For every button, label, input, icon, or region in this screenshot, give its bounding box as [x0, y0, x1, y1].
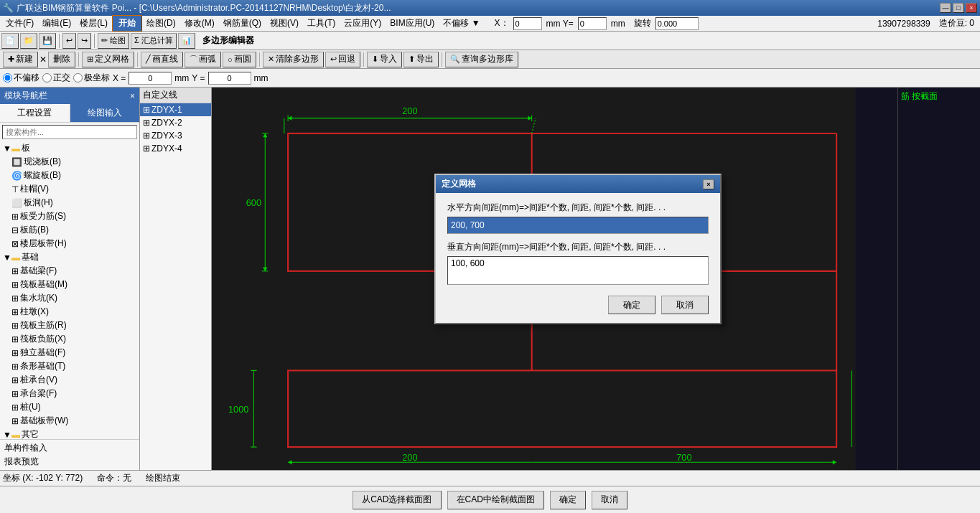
rotate-input[interactable]: [655, 17, 699, 30]
menu-item-view[interactable]: 视图(V): [266, 16, 303, 31]
menu-item-file[interactable]: 文件(F): [1, 16, 38, 31]
confirm-btn[interactable]: 确定: [550, 491, 586, 509]
tree-item-fabanzj[interactable]: ⊞筏板主筋(R): [0, 319, 139, 332]
sidebar-close-icon[interactable]: ×: [130, 91, 135, 101]
menu-item-nooffset[interactable]: 不偏移 ▼: [439, 16, 484, 31]
tree-item-tiaoxingj[interactable]: ⊞条形基础(T): [0, 359, 139, 373]
sum-btn[interactable]: Σ 汇总计算: [131, 33, 177, 49]
new-file-btn[interactable]: 📄: [1, 33, 19, 49]
tree-item-fabanzfj[interactable]: ⊞筏板负筋(X): [0, 332, 139, 346]
import-btn[interactable]: ⬇ 导入: [367, 52, 402, 67]
new-polygon-btn[interactable]: ✚ 新建: [3, 52, 38, 67]
coord-y-input[interactable]: [208, 72, 251, 85]
no-offset-radio[interactable]: [3, 73, 12, 83]
from-cad-btn[interactable]: 从CAD选择截面图: [353, 491, 441, 509]
coord-mm1: mm: [174, 73, 189, 83]
category-qita[interactable]: ▼ ▬ 其它: [0, 428, 139, 439]
tree-item-jishuikeng[interactable]: ⊞集水坑(K): [0, 291, 139, 305]
restore-button[interactable]: □: [953, 3, 964, 13]
tree-item-luoxuanb[interactable]: 🌀螺旋板(B): [0, 169, 139, 182]
draw-circle-btn[interactable]: ○ 画圆: [223, 52, 256, 67]
category-jichu[interactable]: ▼ ▬ 基础: [0, 250, 139, 264]
search-input[interactable]: [2, 125, 137, 139]
no-offset-radio-label[interactable]: 不偏移: [3, 72, 39, 84]
close-button[interactable]: ×: [966, 3, 977, 13]
menu-item-tools[interactable]: 工具(T): [303, 16, 340, 31]
orthogonal-radio-label[interactable]: 正交: [42, 72, 70, 84]
polar-radio-label[interactable]: 极坐标: [73, 72, 110, 84]
sidebar-sections: 工程设置 绘图输入: [0, 104, 139, 123]
menu-item-floor[interactable]: 楼层(L): [75, 16, 112, 31]
delete-polygon-btn[interactable]: 删除: [48, 52, 75, 67]
folder-icon-qita: ▬: [11, 430, 20, 440]
tree-item-fabanjc[interactable]: ⊞筏板基础(M): [0, 278, 139, 291]
sidebar-section-settings[interactable]: 工程设置: [0, 104, 70, 122]
tree-item-bandong[interactable]: ⬜板洞(H): [0, 196, 139, 210]
tree-item-jichuliang[interactable]: ⊞基础梁(F): [0, 264, 139, 278]
report-btn[interactable]: 📊: [178, 33, 195, 49]
dialog-ok-btn[interactable]: 确定: [608, 296, 655, 314]
polygon-toolbar: ✚ 新建 ✕ 删除 ⊞ 定义网格 ╱ 画直线 ⌒ 画弧 ○ 画圆 ✕ 清除多边形…: [0, 50, 980, 69]
save-btn[interactable]: 💾: [39, 33, 56, 49]
poly-item-zdyx3[interactable]: ⊞ ZDYX-3: [140, 129, 211, 142]
menu-item-modify[interactable]: 修改(M): [180, 16, 219, 31]
x-input[interactable]: [513, 17, 542, 30]
single-component-input[interactable]: 单构件输入: [1, 441, 138, 455]
tree-item-chengtailiang[interactable]: ⊞承台梁(F): [0, 387, 139, 400]
report-preview[interactable]: 报表预览: [1, 455, 138, 469]
coins-label: 造价豆: 0: [935, 16, 979, 31]
draw-cad-btn[interactable]: 在CAD中绘制截面图: [447, 491, 544, 509]
menu-item-bim[interactable]: BIM应用(U): [386, 16, 439, 31]
v-spacing-input[interactable]: 100, 600: [447, 256, 709, 285]
redo-btn[interactable]: ↪: [78, 33, 91, 49]
query-library-btn[interactable]: 🔍 查询多边形库: [445, 52, 518, 67]
define-grid-btn[interactable]: ⊞ 定义网格: [82, 52, 134, 67]
tree-item-zhudun[interactable]: ⊞柱墩(X): [0, 305, 139, 319]
clear-polygon-btn[interactable]: ✕ 清除多边形: [263, 52, 324, 67]
tree-item-xianjiaob[interactable]: 🔲现浇板(B): [0, 155, 139, 169]
h-spacing-input[interactable]: [447, 217, 709, 234]
cancel-btn[interactable]: 取消: [592, 491, 627, 509]
open-btn[interactable]: 📁: [20, 33, 37, 49]
draw-arc-btn[interactable]: ⌒ 画弧: [185, 52, 221, 67]
menu-item-start[interactable]: 开始: [112, 15, 142, 32]
export-btn[interactable]: ⬆ 导出: [403, 52, 439, 67]
folder-icon-jichu: ▬: [11, 253, 20, 263]
orthogonal-radio[interactable]: [42, 73, 52, 83]
sidebar-search: [0, 123, 139, 141]
menu-item-edit[interactable]: 编辑(E): [38, 16, 75, 31]
right-panel: 筋 按截面: [897, 88, 980, 470]
tree-item-dulij[interactable]: ⊞独立基础(F): [0, 346, 139, 359]
undo-polygon-btn[interactable]: ↩ 回退: [325, 52, 360, 67]
undo-btn[interactable]: ↩: [62, 33, 76, 49]
dialog-cancel-btn[interactable]: 取消: [661, 296, 709, 314]
minimize-button[interactable]: —: [940, 3, 951, 13]
menu-item-draw[interactable]: 绘图(D): [142, 16, 180, 31]
coord-x-input[interactable]: [129, 72, 172, 85]
define-grid-dialog: 定义网格 × 水平方向间距(mm)=>间距*个数, 间距, 间距*个数, 间距.…: [434, 174, 722, 324]
polygon-editor-label: 多边形编辑器: [202, 34, 254, 47]
menu-item-rebar[interactable]: 钢筋量(Q): [219, 16, 266, 31]
sidebar-section-draw[interactable]: 绘图输入: [70, 104, 140, 122]
dialog-close-btn[interactable]: ×: [703, 179, 714, 189]
tree-item-louceng[interactable]: ⊠楼层板带(H): [0, 237, 139, 250]
tree-item-banshouli[interactable]: ⊞板受力筋(S): [0, 210, 139, 223]
tree-item-banjin[interactable]: ⊟板筋(B): [0, 223, 139, 237]
dialog-button-row: 确定 取消: [447, 296, 709, 314]
tree-item-zhum[interactable]: ⊤柱帽(V): [0, 182, 139, 196]
y-input[interactable]: [578, 17, 607, 30]
category-ban[interactable]: ▼ ▬ 板: [0, 141, 139, 155]
poly-item-zdyx2[interactable]: ⊞ ZDYX-2: [140, 116, 211, 129]
draw-btn[interactable]: ✏ 绘图: [98, 33, 129, 49]
tree-item-zhuangtai[interactable]: ⊞桩承台(V): [0, 373, 139, 387]
draw-line-btn[interactable]: ╱ 画直线: [141, 52, 183, 67]
poly-header: 自定义线: [140, 88, 211, 103]
poly-item-zdyx4[interactable]: ⊞ ZDYX-4: [140, 142, 211, 155]
poly-item-zdyx1[interactable]: ⊞ ZDYX-1: [140, 103, 211, 116]
tree-item-jichubandai[interactable]: ⊞基础板带(W): [0, 414, 139, 428]
tree-item-zhuang[interactable]: ⊞桩(U): [0, 400, 139, 414]
menu-item-cloud[interactable]: 云应用(Y): [340, 16, 386, 31]
poly-icon-4: ⊞: [143, 143, 150, 154]
polar-radio[interactable]: [73, 73, 83, 83]
cad-canvas-area[interactable]: 200 600 1000 200 700 100: [212, 88, 897, 470]
